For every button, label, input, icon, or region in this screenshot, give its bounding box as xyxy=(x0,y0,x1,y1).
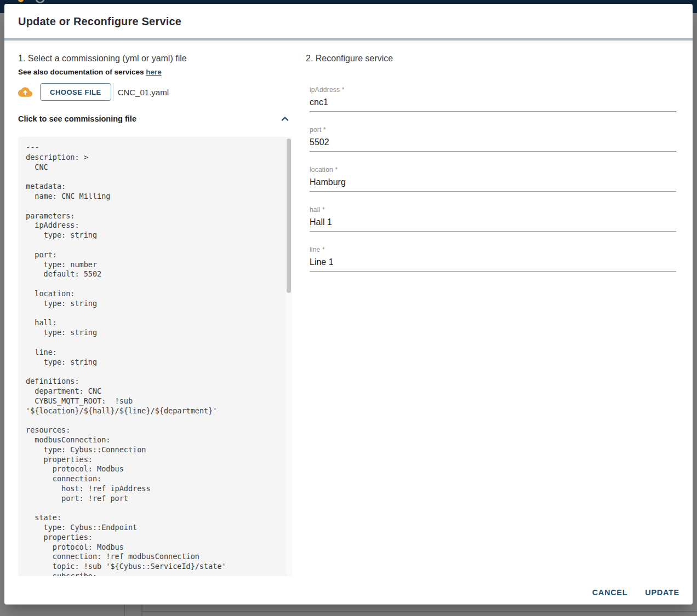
field-location: location * xyxy=(310,166,676,192)
file-upload-row: CHOOSE FILE CNC_01.yaml xyxy=(18,83,169,101)
documentation-link[interactable]: here xyxy=(146,68,162,76)
background-table-border xyxy=(142,611,697,612)
reconfigure-form: ipAddress * port * location * hall * lin… xyxy=(310,86,676,286)
code-scrollbar-track[interactable] xyxy=(286,137,292,575)
background-table-border xyxy=(124,605,125,616)
commissioning-file-toggle[interactable]: Click to see commissioning file xyxy=(18,112,292,126)
ipaddress-input[interactable] xyxy=(310,96,676,112)
cybus-logo-fragment-icon xyxy=(18,0,24,2)
field-hall: hall * xyxy=(310,206,676,232)
step2-heading: 2. Reconfigure service xyxy=(306,54,393,64)
field-port: port * xyxy=(310,126,676,152)
hall-label: hall * xyxy=(310,206,676,214)
choose-file-button[interactable]: CHOOSE FILE xyxy=(40,83,111,101)
field-line: line * xyxy=(310,246,676,272)
hall-input[interactable] xyxy=(310,216,676,232)
ipaddress-label: ipAddress * xyxy=(310,86,676,94)
port-label: port * xyxy=(310,126,676,134)
line-input[interactable] xyxy=(310,256,676,272)
cloud-upload-icon xyxy=(18,85,32,99)
location-label: location * xyxy=(310,166,676,174)
step1-heading: 1. Select a commissioning (yml or yaml) … xyxy=(18,54,187,64)
update-service-dialog: Update or Reconfigure Service 1. Select … xyxy=(4,4,693,605)
location-input[interactable] xyxy=(310,176,676,192)
background-table-border xyxy=(141,605,142,616)
line-label: line * xyxy=(310,246,676,254)
code-scrollbar-thumb[interactable] xyxy=(287,139,291,293)
selected-file-name: CNC_01.yaml xyxy=(118,88,169,97)
update-button[interactable]: UPDATE xyxy=(639,584,685,601)
chevron-up-icon xyxy=(280,114,290,124)
upload-divider xyxy=(113,83,113,101)
documentation-hint: See also documentation of services here xyxy=(18,68,162,76)
dialog-actions: CANCEL UPDATE xyxy=(587,584,685,601)
commissioning-code: --- description: > CNC metadata: name: C… xyxy=(26,143,284,576)
cancel-button[interactable]: CANCEL xyxy=(587,584,633,601)
commissioning-file-toggle-label: Click to see commissioning file xyxy=(18,114,136,123)
commissioning-code-block[interactable]: --- description: > CNC metadata: name: C… xyxy=(18,137,292,576)
port-input[interactable] xyxy=(310,136,676,152)
dialog-divider xyxy=(4,38,693,41)
field-ipaddress: ipAddress * xyxy=(310,86,676,112)
documentation-hint-text: See also documentation of services xyxy=(18,68,146,76)
dialog-title: Update or Reconfigure Service xyxy=(18,15,181,28)
